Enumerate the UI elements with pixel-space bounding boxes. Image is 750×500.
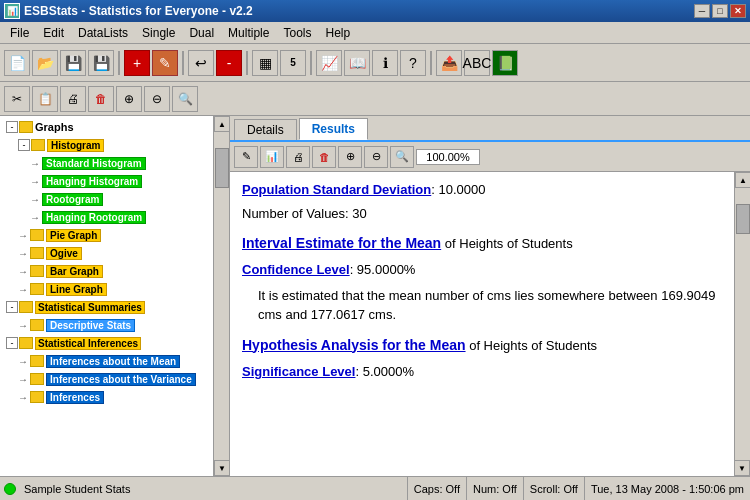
menu-datalists[interactable]: DataLists (72, 24, 134, 42)
arrow-icon: → (18, 356, 28, 367)
tree-label-histogram[interactable]: Histogram (47, 139, 104, 152)
tree-label-std-histogram[interactable]: Standard Histogram (42, 157, 146, 170)
menu-multiple[interactable]: Multiple (222, 24, 275, 42)
spell-button[interactable]: ABC (464, 50, 490, 76)
save-button[interactable]: 💾 (60, 50, 86, 76)
new-button[interactable]: 📄 (4, 50, 30, 76)
menu-single[interactable]: Single (136, 24, 181, 42)
cut-icon[interactable]: ✂ (4, 86, 30, 112)
menu-help[interactable]: Help (319, 24, 356, 42)
print-icon[interactable]: 🖨 (60, 86, 86, 112)
delete-icon[interactable]: 🗑 (88, 86, 114, 112)
tree-label-inferences[interactable]: Inferences (46, 391, 104, 404)
tool-btn-3[interactable]: 🖨 (286, 146, 310, 168)
num-status: Num: Off (466, 477, 523, 500)
tree-label-inferences-mean[interactable]: Inferences about the Mean (46, 355, 180, 368)
tree-label-stat-summaries: Statistical Summaries (35, 301, 145, 314)
tab-results[interactable]: Results (299, 118, 368, 140)
section1-heading-line: Interval Estimate for the Mean of Height… (242, 233, 720, 254)
export-button[interactable]: 📤 (436, 50, 462, 76)
content-scroll-thumb[interactable] (736, 204, 750, 234)
info-button[interactable]: ℹ (372, 50, 398, 76)
list-item: → Hanging Histogram (2, 172, 212, 190)
tree-label-rootogram[interactable]: Rootogram (42, 193, 103, 206)
tool-btn-5[interactable]: ⊕ (338, 146, 362, 168)
open-button[interactable]: 📂 (32, 50, 58, 76)
confidence-line: Confidence Level: 95.0000% (242, 260, 720, 280)
content-area: Population Standard Deviation: 10.0000 N… (230, 172, 750, 476)
green-button[interactable]: 📗 (492, 50, 518, 76)
folder-icon (19, 337, 33, 349)
tree-label-hanging-rootogram[interactable]: Hanging Rootogram (42, 211, 146, 224)
tool-btn-1[interactable]: ✎ (234, 146, 258, 168)
scroll-thumb[interactable] (215, 148, 229, 188)
scroll-status: Scroll: Off (523, 477, 584, 500)
menu-dual[interactable]: Dual (183, 24, 220, 42)
undo-button[interactable]: ↩ (188, 50, 214, 76)
grid-button[interactable]: ▦ (252, 50, 278, 76)
menu-tools[interactable]: Tools (277, 24, 317, 42)
filter-icon[interactable]: ⊕ (116, 86, 142, 112)
tool-btn-4[interactable]: 🗑 (312, 146, 336, 168)
book-button[interactable]: 📖 (344, 50, 370, 76)
tree-label-hanging-histogram[interactable]: Hanging Histogram (42, 175, 142, 188)
remove-button[interactable]: - (216, 50, 242, 76)
num-button[interactable]: 5 (280, 50, 306, 76)
save2-button[interactable]: 💾 (88, 50, 114, 76)
window-title: ESBStats - Statistics for Everyone - v2.… (24, 4, 253, 18)
content-scroll-down[interactable]: ▼ (734, 460, 750, 476)
tree-label-ogive[interactable]: Ogive (46, 247, 82, 260)
section2-heading-line: Hypothesis Analysis for the Mean of Heig… (242, 335, 720, 356)
right-panel: Details Results ✎ 📊 🖨 🗑 ⊕ ⊖ 🔍 100.00% Po… (230, 116, 750, 476)
tree-expand-stat-sum[interactable]: - (6, 301, 18, 313)
tree-scrollbar[interactable]: ▲ ▼ (213, 116, 229, 476)
estimate-text: It is estimated that the mean number of … (258, 286, 720, 325)
folder-icon (30, 355, 44, 367)
menu-edit[interactable]: Edit (37, 24, 70, 42)
tree-label-pie-graph[interactable]: Pie Graph (46, 229, 101, 242)
tool-btn-7[interactable]: 🔍 (390, 146, 414, 168)
copy-icon[interactable]: 📋 (32, 86, 58, 112)
arrow-icon: → (18, 266, 28, 277)
section1-rest: of Heights of Students (441, 236, 573, 251)
status-led (4, 483, 16, 495)
tree-label-bar-graph[interactable]: Bar Graph (46, 265, 103, 278)
maximize-button[interactable]: □ (712, 4, 728, 18)
edit-button[interactable]: ✎ (152, 50, 178, 76)
minimize-button[interactable]: ─ (694, 4, 710, 18)
list-item: → Bar Graph (2, 262, 212, 280)
tool-btn-2[interactable]: 📊 (260, 146, 284, 168)
tree-expand-stat-inf[interactable]: - (6, 337, 18, 349)
menu-file[interactable]: File (4, 24, 35, 42)
tree-label-inferences-variance[interactable]: Inferences about the Variance (46, 373, 196, 386)
chart-button[interactable]: 📈 (316, 50, 342, 76)
zoom-icon[interactable]: 🔍 (172, 86, 198, 112)
window-controls[interactable]: ─ □ ✕ (694, 4, 746, 18)
section2-heading: Hypothesis Analysis for the Mean (242, 337, 466, 353)
tree-expand-histogram[interactable]: - (18, 139, 30, 151)
add-button[interactable]: + (124, 50, 150, 76)
content-scroll-up[interactable]: ▲ (735, 172, 750, 188)
close-button[interactable]: ✕ (730, 4, 746, 18)
tree-label-descriptive-stats[interactable]: Descriptive Stats (46, 319, 135, 332)
title-bar: 📊 ESBStats - Statistics for Everyone - v… (0, 0, 750, 22)
tab-details[interactable]: Details (234, 119, 297, 140)
sig-label: Significance Level (242, 364, 355, 379)
tree-expand-graphs[interactable]: - (6, 121, 18, 133)
significance-line: Significance Level: 5.0000% (242, 362, 720, 382)
tree-panel: - Graphs - Histogram → Standard Histogra… (0, 116, 230, 476)
content-scrollbar[interactable]: ▲ ▼ (734, 172, 750, 476)
help-button[interactable]: ? (400, 50, 426, 76)
filter2-icon[interactable]: ⊖ (144, 86, 170, 112)
conf-label: Confidence Level (242, 262, 350, 277)
toolbar-sep-5 (430, 51, 432, 75)
arrow-icon: → (30, 212, 40, 223)
conf-value: : 95.0000% (350, 262, 416, 277)
scroll-up-button[interactable]: ▲ (214, 116, 230, 132)
folder-icon (30, 391, 44, 403)
list-item: → Standard Histogram (2, 154, 212, 172)
tree-label-line-graph[interactable]: Line Graph (46, 283, 107, 296)
scroll-down-button[interactable]: ▼ (214, 460, 230, 476)
tool-btn-6[interactable]: ⊖ (364, 146, 388, 168)
folder-icon (30, 373, 44, 385)
